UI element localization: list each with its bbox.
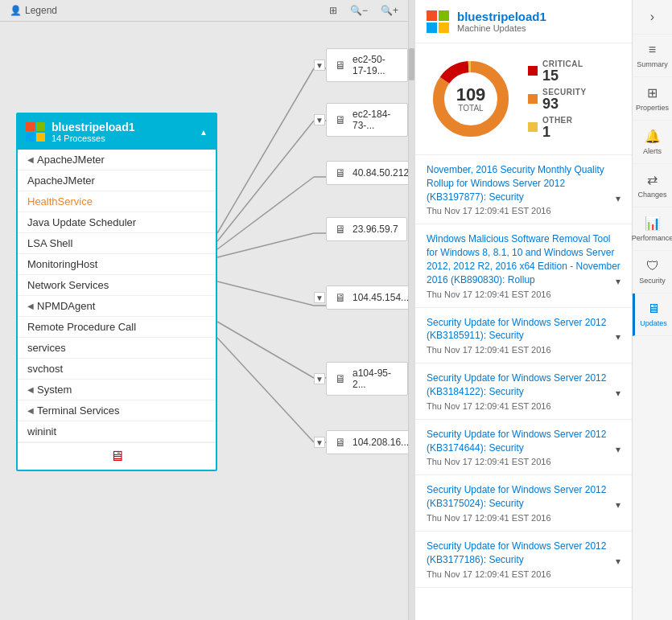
update-expand-1[interactable]: ▾ xyxy=(616,275,620,289)
expand-button-1[interactable]: ▼ xyxy=(314,60,325,71)
arrow-left: ◀ xyxy=(27,155,34,164)
process-name: LSA Shell xyxy=(27,237,72,249)
list-item[interactable]: wininit xyxy=(18,421,216,442)
ec2-label-1: ec2-50-17-19... xyxy=(352,54,399,76)
legend-items: CRITICAL 15 SECURITY 93 OTHER 1 xyxy=(528,60,587,139)
security-label: Security xyxy=(639,277,666,285)
update-expand-4[interactable]: ▾ xyxy=(616,443,620,457)
sidebar-item-security[interactable]: 🛡 Security xyxy=(633,251,672,294)
list-item[interactable]: Remote Procedure Call xyxy=(18,317,216,338)
monitor-icon: 🖥 xyxy=(109,448,124,465)
sidebar-item-performance[interactable]: 📊 Performance xyxy=(633,207,672,251)
monitor-small-4: 🖥 xyxy=(335,223,346,236)
list-item[interactable]: Network Services xyxy=(18,275,216,296)
list-item[interactable]: services xyxy=(18,338,216,359)
sidebar-item-updates[interactable]: 🖥 Updates xyxy=(633,294,672,336)
update-item-4[interactable]: Security Update for Windows Server 2012 … xyxy=(415,420,632,476)
ec2-node-5[interactable]: ▼ 🖥 104.45.154... xyxy=(326,285,408,310)
scrollbar-thumb[interactable] xyxy=(409,48,414,80)
collapse-arrow[interactable]: ▲ xyxy=(200,128,208,137)
update-item-0[interactable]: November, 2016 Security Monthly Quality … xyxy=(415,155,632,224)
sidebar-item-properties[interactable]: ⊞ Properties xyxy=(633,77,672,121)
ec2-label-2: ec2-184-73-... xyxy=(352,109,399,131)
list-item[interactable]: Java Update Scheduler xyxy=(18,212,216,233)
donut-total-label: TOTAL xyxy=(456,104,486,113)
critical-label: CRITICAL xyxy=(542,60,583,68)
middle-scrollbar[interactable] xyxy=(408,0,414,620)
ec2-node-2[interactable]: ▼ 🖥 ec2-184-73-... xyxy=(326,103,408,137)
legend-other: OTHER 1 xyxy=(528,116,587,139)
updates-icon: 🖥 xyxy=(647,302,660,316)
list-item[interactable]: MonitoringHost xyxy=(18,254,216,275)
arrow-left4: ◀ xyxy=(27,406,34,415)
grid-button[interactable]: ⊞ xyxy=(329,5,337,16)
list-item[interactable]: svchost xyxy=(18,359,216,380)
update-item-5[interactable]: Security Update for Windows Server 2012 … xyxy=(415,475,632,532)
update-item-6[interactable]: Security Update for Windows Server 2012 … xyxy=(415,532,632,588)
zoom-in-button[interactable]: 🔍+ xyxy=(381,5,398,16)
legend-security: SECURITY 93 xyxy=(528,88,587,111)
summary-label: Summary xyxy=(637,60,668,68)
update-item-1[interactable]: Windows Malicious Software Removal Tool … xyxy=(415,224,632,307)
list-item[interactable]: ApacheJMeter xyxy=(18,170,216,191)
update-expand-0[interactable]: ▾ xyxy=(616,192,620,206)
donut-total: 109 xyxy=(456,86,486,104)
update-expand-2[interactable]: ▾ xyxy=(616,331,620,344)
process-name: Network Services xyxy=(27,279,109,291)
process-name: services xyxy=(27,342,66,354)
changes-label: Changes xyxy=(637,191,666,199)
list-item[interactable]: LSA Shell xyxy=(18,233,216,254)
properties-icon: ⊞ xyxy=(647,85,658,101)
expand-button-6[interactable]: ▼ xyxy=(314,373,325,384)
update-item-2[interactable]: Security Update for Windows Server 2012 … xyxy=(415,308,632,364)
topology-area: 👤 Legend ⊞ 🔍− 🔍+ xyxy=(0,0,408,620)
arrow-left3: ◀ xyxy=(27,385,34,394)
zoom-out-icon: 🔍− xyxy=(350,5,368,16)
list-item[interactable]: ◀ Terminal Services xyxy=(18,400,216,421)
main-node-box: bluestripeload1 14 Processes ▲ ◀ ApacheJ… xyxy=(16,113,217,471)
expand-button-5[interactable]: ▼ xyxy=(314,292,325,303)
sidebar-item-changes[interactable]: ⇄ Changes xyxy=(633,164,672,207)
updates-label: Updates xyxy=(640,319,667,327)
ec2-label-4: 23.96.59.7 xyxy=(352,224,398,235)
zoom-out-button[interactable]: 🔍− xyxy=(350,5,368,16)
list-item[interactable]: ◀ System xyxy=(18,380,216,400)
update-expand-5[interactable]: ▾ xyxy=(616,499,620,512)
ec2-node-3[interactable]: 🖥 40.84.50.212 xyxy=(326,161,408,185)
ec2-node-1[interactable]: ▼ 🖥 ec2-50-17-19... xyxy=(326,48,408,82)
ec2-node-6[interactable]: ▼ 🖥 a104-95-2... xyxy=(326,362,408,396)
sidebar-item-alerts[interactable]: 🔔 Alerts xyxy=(633,121,672,164)
update-item-3[interactable]: Security Update for Windows Server 2012 … xyxy=(415,363,632,420)
sidebar-item-summary[interactable]: ≡ Summary xyxy=(633,35,672,77)
changes-icon: ⇄ xyxy=(647,172,658,187)
ec2-label-3: 40.84.50.212 xyxy=(352,167,408,179)
performance-icon: 📊 xyxy=(645,216,661,231)
donut-section: 109 TOTAL CRITICAL 15 SECURITY 93 xyxy=(415,43,632,155)
update-expand-3[interactable]: ▾ xyxy=(616,387,620,400)
svg-line-2 xyxy=(217,177,314,249)
update-expand-6[interactable]: ▾ xyxy=(616,555,620,569)
svg-line-0 xyxy=(217,68,314,233)
legend-critical: CRITICAL 15 xyxy=(528,60,587,83)
process-list: ◀ ApacheJMeter ApacheJMeter HealthServic… xyxy=(18,150,216,442)
legend-button[interactable]: 👤 Legend xyxy=(10,5,57,16)
list-item[interactable]: ◀ ApacheJMeter xyxy=(18,150,216,170)
ec2-node-7[interactable]: ▼ 🖥 104.208.16... xyxy=(326,430,408,454)
ec2-node-4[interactable]: 🖥 23.96.59.7 xyxy=(326,217,407,241)
list-item[interactable]: ◀ NPMDAgent xyxy=(18,296,216,317)
ec2-label-5: 104.45.154... xyxy=(352,292,408,303)
security-count: 93 xyxy=(542,96,587,111)
svg-line-1 xyxy=(217,121,314,241)
expand-button-2[interactable]: ▼ xyxy=(314,114,325,125)
expand-button-7[interactable]: ▼ xyxy=(314,437,325,448)
right-panel-header: bluestripeload1 Machine Updates xyxy=(415,0,632,43)
process-name: Java Update Scheduler xyxy=(27,216,136,228)
other-label: OTHER xyxy=(542,116,573,125)
donut-center: 109 TOTAL xyxy=(456,86,486,113)
sidebar-collapse-button[interactable]: › xyxy=(633,0,672,35)
list-item[interactable]: HealthService xyxy=(18,191,216,212)
update-title-3: Security Update for Windows Server 2012 … xyxy=(427,372,620,399)
monitor-small-2: 🖥 xyxy=(335,113,346,126)
node-header[interactable]: bluestripeload1 14 Processes ▲ xyxy=(18,114,216,150)
topology-toolbar: 👤 Legend ⊞ 🔍− 🔍+ xyxy=(0,0,408,22)
